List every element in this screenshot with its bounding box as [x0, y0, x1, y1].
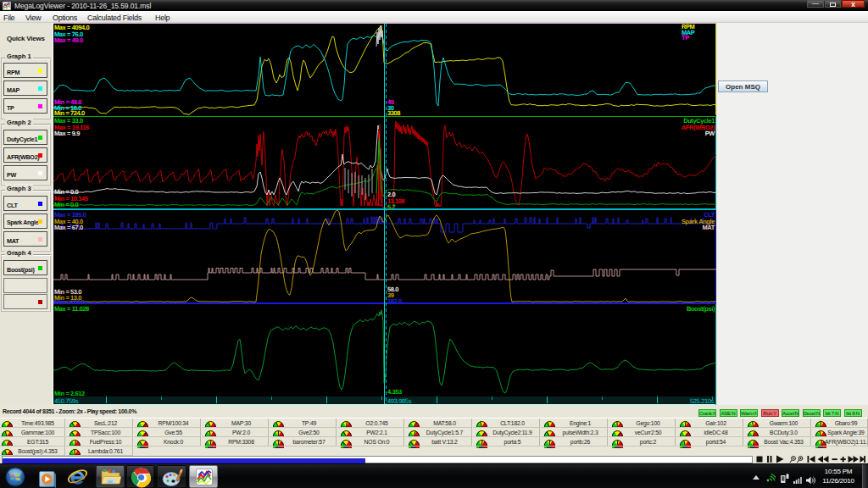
svg-text:450.759s: 450.759s: [54, 397, 79, 405]
svg-text:4.353: 4.353: [387, 388, 402, 396]
svg-text:Max = 11.028: Max = 11.028: [54, 305, 89, 313]
svg-text:Max = 9.9: Max = 9.9: [54, 130, 80, 137]
svg-text:493.985s: 493.985s: [387, 397, 412, 405]
svg-text:Max = 49.0: Max = 49.0: [54, 36, 83, 44]
svg-text:3308: 3308: [387, 109, 400, 117]
svg-text:Max = 67.0: Max = 67.0: [54, 224, 83, 231]
svg-text:525.210s: 525.210s: [690, 397, 715, 405]
svg-text:Min = 724.0: Min = 724.0: [54, 109, 85, 117]
svg-text:Min = 0.0: Min = 0.0: [54, 201, 79, 208]
svg-text:TP: TP: [682, 34, 689, 42]
svg-text:Boost(psi): Boost(psi): [687, 305, 715, 313]
svg-text:PW: PW: [705, 130, 716, 137]
svg-text:182.0: 182.0: [387, 297, 402, 305]
svg-text:Min = 2.612: Min = 2.612: [54, 390, 85, 397]
svg-text:MAT: MAT: [703, 224, 715, 231]
svg-text:5.7: 5.7: [387, 203, 395, 211]
